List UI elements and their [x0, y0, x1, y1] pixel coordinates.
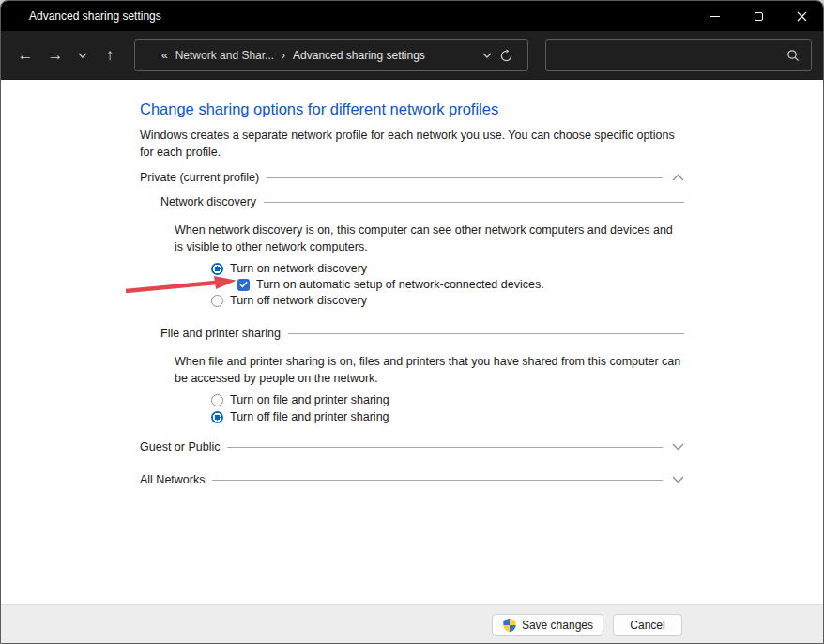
- uac-shield-icon: [502, 618, 517, 633]
- guest-public-label: Guest or Public: [140, 440, 220, 453]
- titlebar: Advanced sharing settings: [1, 1, 823, 31]
- search-box[interactable]: [545, 39, 812, 71]
- radio-turn-off-file-printer-sharing[interactable]: Turn off file and printer sharing: [211, 409, 389, 424]
- chevron-down-icon: [78, 53, 87, 58]
- checkbox-label: Turn on automatic setup of network-conne…: [256, 278, 544, 291]
- address-dropdown-button[interactable]: [482, 53, 492, 58]
- chevron-up-icon: [672, 174, 684, 181]
- breadcrumb-overflow[interactable]: «: [161, 49, 168, 62]
- back-button[interactable]: ←: [12, 42, 38, 69]
- save-changes-label: Save changes: [522, 619, 593, 632]
- advanced-sharing-settings-window: Advanced sharing settings ← → ↑ « Networ…: [0, 0, 824, 644]
- refresh-icon: [499, 49, 513, 63]
- navigation-bar: ← → ↑ « Network and Shar... › Advanced s…: [1, 31, 823, 80]
- collapse-private-button[interactable]: [672, 174, 684, 181]
- section-all-networks[interactable]: All Networks: [140, 472, 684, 487]
- settings-content: Change sharing options for different net…: [1, 80, 823, 604]
- divider: [264, 202, 684, 203]
- page-title: Change sharing options for different net…: [140, 100, 498, 118]
- radio-unselected-icon[interactable]: [211, 295, 223, 307]
- subsection-network-discovery: Network discovery: [160, 194, 684, 209]
- all-networks-label: All Networks: [140, 473, 205, 486]
- divider: [267, 177, 663, 178]
- file-printer-label: File and printer sharing: [160, 327, 281, 340]
- network-discovery-description: When network discovery is on, this compu…: [175, 222, 681, 255]
- close-icon: [797, 11, 807, 22]
- subsection-file-printer-sharing: File and printer sharing: [160, 326, 684, 341]
- chevron-down-icon: [672, 476, 684, 483]
- breadcrumb-separator: ›: [282, 49, 285, 62]
- forward-icon: →: [48, 46, 64, 65]
- breadcrumb-parent[interactable]: Network and Shar...: [175, 49, 274, 62]
- minimize-icon: [710, 16, 720, 17]
- divider: [288, 333, 684, 334]
- footer-bar: Save changes Cancel: [1, 604, 823, 644]
- cancel-label: Cancel: [630, 619, 664, 632]
- close-button[interactable]: [780, 1, 823, 31]
- expand-guest-public-button[interactable]: [672, 443, 684, 451]
- network-discovery-label: Network discovery: [160, 195, 256, 208]
- intro-text: Windows creates a separate network profi…: [140, 127, 688, 161]
- radio-selected-icon[interactable]: [211, 411, 223, 423]
- radio-turn-on-file-printer-sharing[interactable]: Turn on file and printer sharing: [211, 392, 389, 407]
- cancel-button[interactable]: Cancel: [613, 614, 682, 636]
- divider: [212, 480, 663, 481]
- breadcrumb[interactable]: « Network and Shar... › Advanced sharing…: [134, 39, 528, 71]
- checkbox-automatic-setup[interactable]: Turn on automatic setup of network-conne…: [237, 277, 544, 292]
- checkmark-icon: [239, 281, 248, 288]
- recent-locations-button[interactable]: [72, 42, 93, 69]
- save-changes-button[interactable]: Save changes: [492, 614, 603, 636]
- radio-unselected-icon[interactable]: [211, 394, 223, 406]
- radio-label: Turn off network discovery: [230, 294, 367, 307]
- chevron-down-icon: [482, 53, 492, 58]
- forward-button[interactable]: →: [42, 42, 69, 69]
- breadcrumb-current[interactable]: Advanced sharing settings: [293, 49, 425, 62]
- search-input[interactable]: [557, 49, 786, 62]
- maximize-button[interactable]: [737, 1, 780, 31]
- radio-label: Turn on file and printer sharing: [230, 393, 389, 406]
- section-private-label: Private (current profile): [140, 171, 259, 184]
- section-guest-public[interactable]: Guest or Public: [140, 439, 684, 454]
- radio-selected-icon[interactable]: [211, 263, 223, 275]
- annotation-arrow: [124, 275, 240, 296]
- search-icon: [786, 49, 800, 62]
- refresh-button[interactable]: [492, 49, 520, 63]
- chevron-down-icon: [672, 443, 684, 451]
- window-controls: [694, 1, 823, 31]
- maximize-icon: [755, 12, 763, 21]
- section-private[interactable]: Private (current profile): [140, 170, 684, 185]
- radio-label: Turn off file and printer sharing: [230, 410, 389, 423]
- minimize-button[interactable]: [694, 1, 737, 31]
- up-icon: ↑: [106, 46, 114, 65]
- window-title: Advanced sharing settings: [1, 9, 694, 23]
- expand-all-networks-button[interactable]: [672, 476, 684, 483]
- divider: [227, 447, 663, 448]
- radio-label: Turn on network discovery: [230, 262, 367, 275]
- up-button[interactable]: ↑: [97, 42, 123, 69]
- back-icon: ←: [18, 46, 34, 65]
- file-printer-description: When file and printer sharing is on, fil…: [175, 353, 681, 387]
- radio-turn-on-network-discovery[interactable]: Turn on network discovery: [211, 261, 367, 276]
